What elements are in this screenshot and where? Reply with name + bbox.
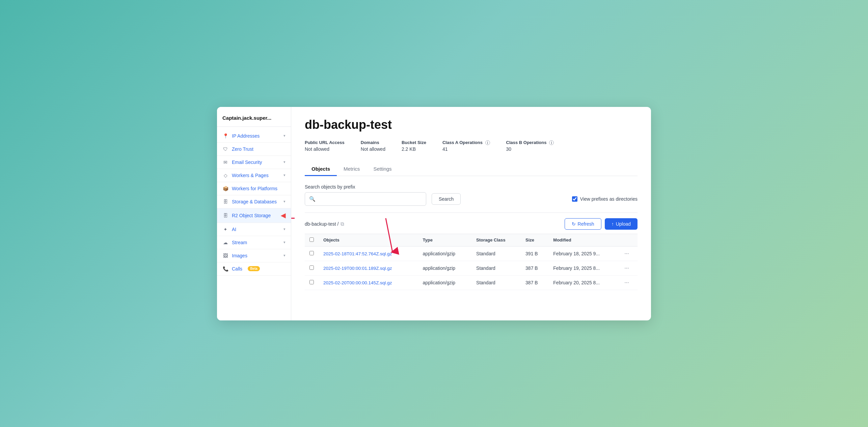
sidebar-label-email-security: Email Security bbox=[232, 160, 262, 165]
meta-public-url-label: Public URL Access bbox=[305, 140, 345, 145]
sidebar-label-r2-object-storage: R2 Object Storage bbox=[232, 213, 271, 218]
row-more-0[interactable]: ··· bbox=[620, 246, 638, 261]
tab-metrics[interactable]: Metrics bbox=[337, 163, 367, 176]
row-size-1: 387 B bbox=[521, 261, 548, 275]
meta-class-b-value: 30 bbox=[506, 146, 554, 152]
row-name-2: 2025-02-20T00:00:00.145Z.sql.gz bbox=[319, 275, 418, 290]
search-row: 🔍 Search View prefixes as directories bbox=[305, 192, 638, 206]
sidebar-item-ip-addresses[interactable]: 📍 IP Addresses ▾ bbox=[217, 130, 291, 143]
chevron-ai: ▾ bbox=[283, 227, 286, 231]
row-storage-class-0: Standard bbox=[471, 246, 521, 261]
chevron-workers-pages: ▾ bbox=[283, 173, 286, 177]
sidebar-item-workers-platforms[interactable]: 📦 Workers for Platforms bbox=[217, 182, 291, 195]
object-link-1[interactable]: 2025-02-19T00:00:01.189Z.sql.gz bbox=[323, 266, 392, 271]
table-row: 2025-02-18T01:47:52.764Z.sql.gz applicat… bbox=[305, 246, 638, 261]
row-checkbox-1 bbox=[305, 261, 319, 275]
main-content: db-backup-test Public URL Access Not all… bbox=[291, 107, 651, 320]
sidebar-item-stream[interactable]: ☁ Stream ▾ bbox=[217, 236, 291, 249]
sidebar-item-workers-pages[interactable]: ◇ Workers & Pages ▾ bbox=[217, 169, 291, 182]
sidebar-label-stream: Stream bbox=[232, 240, 247, 245]
select-all-checkbox[interactable] bbox=[309, 237, 314, 242]
row-checkbox-2 bbox=[305, 275, 319, 290]
sidebar-icon-stream: ☁ bbox=[222, 239, 228, 246]
sidebar-nav: 📍 IP Addresses ▾ 🛡 Zero Trust ✉ Email Se… bbox=[217, 130, 291, 276]
view-prefixes-checkbox[interactable] bbox=[572, 196, 577, 202]
row-size-2: 387 B bbox=[521, 275, 548, 290]
sidebar-label-calls: Calls bbox=[232, 266, 242, 272]
arrow-left-indicator bbox=[291, 208, 298, 228]
path-text: db-backup-test / ⧉ bbox=[305, 221, 344, 227]
th-modified: Modified bbox=[548, 234, 620, 246]
view-prefixes-label: View prefixes as directories bbox=[580, 196, 638, 202]
path-actions: ↻ Refresh ↑ Upload bbox=[565, 218, 638, 230]
meta-domains-value: Not allowed bbox=[361, 146, 385, 152]
row-more-1[interactable]: ··· bbox=[620, 261, 638, 275]
meta-bucket-size-label: Bucket Size bbox=[402, 140, 426, 145]
sidebar-label-ai: AI bbox=[232, 227, 236, 232]
class-a-info-icon[interactable]: i bbox=[485, 140, 490, 145]
class-b-info-icon[interactable]: i bbox=[549, 140, 554, 145]
row-type-2: application/gzip bbox=[418, 275, 472, 290]
search-input-wrap: 🔍 bbox=[305, 192, 426, 206]
divider bbox=[305, 212, 638, 213]
object-link-2[interactable]: 2025-02-20T00:00:00.145Z.sql.gz bbox=[323, 280, 392, 285]
active-arrow-r2-object-storage: ◀ bbox=[281, 212, 286, 219]
tab-settings[interactable]: Settings bbox=[367, 163, 398, 176]
object-link-0[interactable]: 2025-02-18T01:47:52.764Z.sql.gz bbox=[323, 251, 392, 256]
upload-button[interactable]: ↑ Upload bbox=[605, 218, 638, 230]
sidebar-icon-calls: 📞 bbox=[222, 266, 228, 272]
app-container: Captain.jack.super... 📍 IP Addresses ▾ 🛡… bbox=[217, 107, 651, 320]
path-bar: db-backup-test / ⧉ ↻ Refresh ↑ bbox=[305, 218, 638, 230]
sidebar-icon-email-security: ✉ bbox=[222, 159, 228, 165]
sidebar-item-ai[interactable]: ✦ AI ▾ bbox=[217, 223, 291, 236]
table-row: 2025-02-19T00:00:01.189Z.sql.gz applicat… bbox=[305, 261, 638, 275]
row-storage-class-1: Standard bbox=[471, 261, 521, 275]
row-name-0: 2025-02-18T01:47:52.764Z.sql.gz bbox=[319, 246, 418, 261]
tabs-row: Objects Metrics Settings bbox=[305, 163, 638, 176]
meta-domains: Domains Not allowed bbox=[361, 140, 385, 152]
page-title: db-backup-test bbox=[305, 118, 638, 132]
sidebar-icon-r2-object-storage: 🗄 bbox=[222, 212, 228, 219]
path-bucket: db-backup-test / bbox=[305, 221, 338, 227]
meta-class-a: Class A Operations i 41 bbox=[442, 140, 490, 152]
sidebar-item-email-security[interactable]: ✉ Email Security ▾ bbox=[217, 156, 291, 169]
row-type-1: application/gzip bbox=[418, 261, 472, 275]
sidebar-label-zero-trust: Zero Trust bbox=[232, 146, 253, 152]
sidebar-item-storage-databases[interactable]: 🗄 Storage & Databases ▾ bbox=[217, 195, 291, 208]
sidebar-icon-storage-databases: 🗄 bbox=[222, 199, 228, 205]
sidebar-icon-workers-platforms: 📦 bbox=[222, 186, 228, 192]
checkbox-row-1[interactable] bbox=[309, 265, 314, 270]
checkbox-row-0[interactable] bbox=[309, 251, 314, 255]
th-type: Type bbox=[418, 234, 472, 246]
sidebar-icon-ai: ✦ bbox=[222, 226, 228, 232]
row-modified-2: February 20, 2025 8... bbox=[548, 275, 620, 290]
th-actions bbox=[620, 234, 638, 246]
meta-domains-label: Domains bbox=[361, 140, 385, 145]
sidebar-label-workers-pages: Workers & Pages bbox=[232, 173, 269, 178]
meta-row: Public URL Access Not allowed Domains No… bbox=[305, 140, 638, 152]
upload-icon: ↑ bbox=[612, 221, 614, 227]
refresh-button[interactable]: ↻ Refresh bbox=[565, 218, 601, 230]
search-objects-label: Search objects by prefix bbox=[305, 184, 638, 190]
meta-bucket-size-value: 2.2 KB bbox=[402, 146, 426, 152]
refresh-icon: ↻ bbox=[572, 221, 576, 227]
checkbox-row-2[interactable] bbox=[309, 280, 314, 284]
th-size: Size bbox=[521, 234, 548, 246]
table-row: 2025-02-20T00:00:00.145Z.sql.gz applicat… bbox=[305, 275, 638, 290]
row-size-0: 391 B bbox=[521, 246, 548, 261]
sidebar-item-zero-trust[interactable]: 🛡 Zero Trust bbox=[217, 143, 291, 156]
search-button[interactable]: Search bbox=[432, 193, 461, 205]
table-header-row: Objects Type Storage Class Size Modified bbox=[305, 234, 638, 246]
search-section: Search objects by prefix 🔍 Search View p… bbox=[305, 184, 638, 206]
search-input[interactable] bbox=[318, 196, 422, 202]
tab-objects[interactable]: Objects bbox=[305, 163, 337, 176]
row-more-2[interactable]: ··· bbox=[620, 275, 638, 290]
sidebar-item-images[interactable]: 🖼 Images ▾ bbox=[217, 249, 291, 262]
meta-public-url: Public URL Access Not allowed bbox=[305, 140, 345, 152]
copy-path-icon[interactable]: ⧉ bbox=[341, 221, 344, 227]
badge-calls: Beta bbox=[248, 266, 260, 271]
row-name-1: 2025-02-19T00:00:01.189Z.sql.gz bbox=[319, 261, 418, 275]
th-objects: Objects bbox=[319, 234, 418, 246]
sidebar-item-calls[interactable]: 📞 Calls Beta bbox=[217, 262, 291, 276]
sidebar-item-r2-object-storage[interactable]: 🗄 R2 Object Storage ◀ bbox=[217, 208, 291, 223]
